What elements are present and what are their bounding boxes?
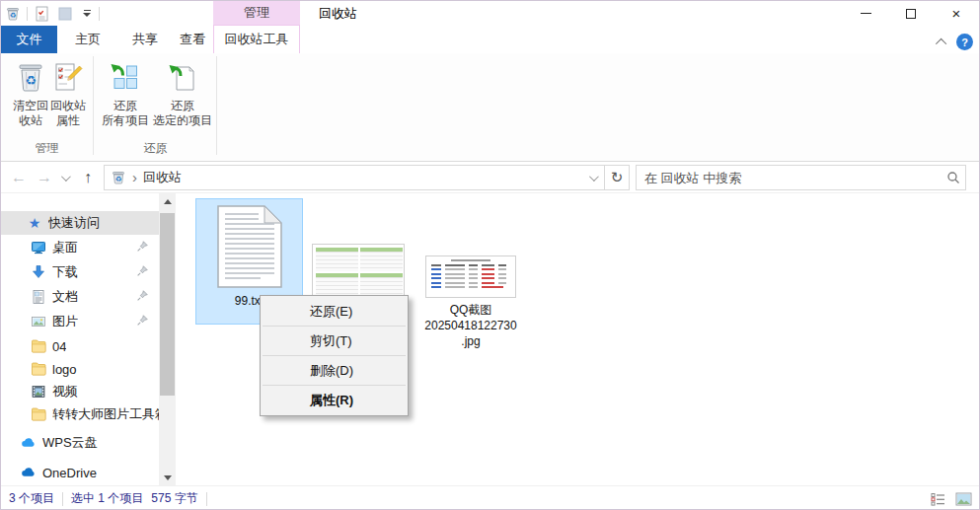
ribbon-group-separator xyxy=(216,56,217,155)
titlebar: ♻ 管理 回收站 × xyxy=(1,1,979,26)
forward-button[interactable]: → xyxy=(33,166,56,189)
item-count: 3 个项目 xyxy=(9,490,54,507)
maximize-button[interactable] xyxy=(888,1,934,26)
qat-separator xyxy=(27,7,28,21)
explorer-window: ♻ 管理 回收站 × xyxy=(0,0,980,510)
group-label-manage: 管理 xyxy=(1,140,93,157)
recycle-bin-crumb-icon: ♻ xyxy=(111,170,126,185)
up-button[interactable]: ↑ xyxy=(76,166,100,189)
qat-customize-dropdown[interactable] xyxy=(79,4,95,24)
help-icon[interactable]: ? xyxy=(956,34,973,50)
scroll-up-icon[interactable] xyxy=(159,193,176,209)
sidebar-item-documents[interactable]: 文档 xyxy=(1,285,159,309)
sidebar-item-videos[interactable]: 视频 xyxy=(1,380,159,403)
search-input[interactable] xyxy=(637,171,942,185)
quick-access-star-icon: ★ xyxy=(27,215,42,231)
menu-separator xyxy=(263,355,406,356)
sidebar-item-downloads[interactable]: 下载 xyxy=(1,260,159,284)
window-title: 回收站 xyxy=(319,1,357,26)
address-bar[interactable]: ♻ › 回收站 xyxy=(104,165,605,190)
close-button[interactable]: × xyxy=(934,1,979,26)
qat-separator xyxy=(99,7,100,21)
qat-properties-icon[interactable] xyxy=(32,4,51,24)
sidebar-item-onedrive[interactable]: OneDrive xyxy=(1,461,159,484)
sidebar-item-wps-cloud[interactable]: WPS云盘 xyxy=(1,431,159,455)
restore-selected-icon xyxy=(166,61,199,95)
refresh-button[interactable]: ↻ xyxy=(604,165,630,190)
minimize-button[interactable] xyxy=(843,1,888,26)
search-icon xyxy=(942,171,965,184)
menu-item-restore[interactable]: 还原(E) xyxy=(261,298,408,325)
sidebar-item-04[interactable]: 04 xyxy=(1,334,159,358)
contextual-tab-header: 管理 xyxy=(213,1,300,26)
tab-share[interactable]: 共享 xyxy=(118,26,172,53)
sidebar-item-quick-access[interactable]: ★ 快速访问 xyxy=(1,211,159,235)
folder-icon xyxy=(31,361,46,377)
breadcrumb-chevron-icon: › xyxy=(132,169,137,185)
file-item-qq-screenshot[interactable]: QQ截图 20250418122730 .jpg xyxy=(425,255,516,349)
qq-screenshot-thumbnail xyxy=(425,255,516,298)
qat-disabled-icon xyxy=(55,4,75,24)
properties-icon xyxy=(51,61,85,95)
file-item-spreadsheet-image[interactable] xyxy=(312,244,405,299)
wps-cloud-icon xyxy=(21,435,37,451)
menu-separator xyxy=(263,385,406,386)
breadcrumb[interactable]: 回收站 xyxy=(143,169,182,186)
recycle-bin-window-icon[interactable]: ♻ xyxy=(3,4,23,24)
downloads-icon xyxy=(31,264,46,280)
menu-item-properties[interactable]: 属性(R) xyxy=(261,387,408,413)
sidebar-item-logo[interactable]: logo xyxy=(1,357,159,381)
file-label: QQ截图 20250418122730 .jpg xyxy=(424,302,516,349)
ribbon-tab-row: 文件 主页 共享 查看 回收站工具 ? xyxy=(1,26,979,53)
main-area: ★ 快速访问 桌面 下载 文档 xyxy=(1,193,979,485)
svg-text:♻: ♻ xyxy=(115,175,122,183)
group-label-restore: 还原 xyxy=(95,140,216,157)
svg-text:♻: ♻ xyxy=(10,11,17,20)
scroll-down-icon[interactable] xyxy=(159,470,176,485)
tab-view[interactable]: 查看 xyxy=(172,26,213,53)
pictures-icon xyxy=(31,314,46,329)
folder-icon xyxy=(31,338,46,354)
context-menu: 还原(E) 剪切(T) 删除(D) 属性(R) xyxy=(260,295,409,416)
restore-selected-items-button[interactable]: 还原选定的项目 xyxy=(155,57,210,138)
collapse-ribbon-icon[interactable] xyxy=(936,37,946,48)
selection-size: 575 字节 xyxy=(151,490,197,507)
recycle-bin-properties-button[interactable]: 回收站属性 xyxy=(40,57,96,138)
back-button[interactable]: ← xyxy=(7,166,31,189)
status-separator xyxy=(62,492,63,506)
recent-locations-dropdown[interactable] xyxy=(56,166,72,189)
pin-icon[interactable] xyxy=(135,240,149,254)
pin-icon[interactable] xyxy=(135,289,149,303)
status-separator xyxy=(206,492,207,506)
menu-item-cut[interactable]: 剪切(T) xyxy=(261,328,408,354)
status-bar: 3 个项目 选中 1 个项目 575 字节 xyxy=(1,485,979,510)
ribbon: ♻ 清空回收站 回收站属性 xyxy=(1,53,979,162)
address-dropdown-icon[interactable] xyxy=(580,166,604,189)
search-box xyxy=(636,165,966,190)
tab-home[interactable]: 主页 xyxy=(57,26,118,53)
sidebar-item-desktop[interactable]: 桌面 xyxy=(1,236,159,259)
sidebar-item-zhuanzhuan-toolbox[interactable]: 转转大师图片工具箱 xyxy=(1,402,159,426)
restore-all-icon xyxy=(109,61,142,95)
menu-separator xyxy=(263,326,406,327)
pin-icon[interactable] xyxy=(135,264,149,278)
folder-icon xyxy=(31,406,46,422)
details-view-icon[interactable] xyxy=(928,489,947,509)
tab-file[interactable]: 文件 xyxy=(1,26,57,53)
videos-icon xyxy=(31,384,46,400)
desktop-icon xyxy=(31,240,46,255)
menu-item-delete[interactable]: 删除(D) xyxy=(261,357,408,384)
sidebar-scrollbar[interactable] xyxy=(159,193,176,485)
quick-access-toolbar: ♻ xyxy=(3,3,100,24)
window-controls: × xyxy=(843,1,979,26)
sidebar-item-pictures[interactable]: 图片 xyxy=(1,310,159,333)
scrollbar-thumb[interactable] xyxy=(160,213,175,396)
pin-icon[interactable] xyxy=(135,314,149,328)
restore-all-items-button[interactable]: 还原所有项目 xyxy=(98,57,153,138)
tab-recycle-bin-tools[interactable]: 回收站工具 xyxy=(213,26,300,53)
text-file-icon xyxy=(217,205,282,288)
thumbnail-view-icon[interactable] xyxy=(953,489,973,509)
svg-text:♻: ♻ xyxy=(25,73,37,88)
ribbon-group-separator xyxy=(93,56,94,155)
onedrive-icon xyxy=(21,465,37,480)
